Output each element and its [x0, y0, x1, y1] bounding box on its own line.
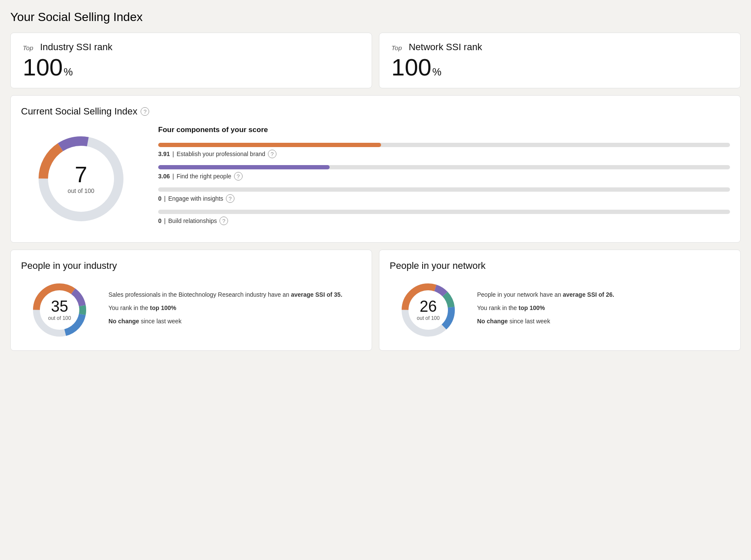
- industry-out-of: out of 100: [48, 315, 71, 321]
- network-rank-percent: %: [432, 66, 441, 78]
- component-relationships-value: 0: [158, 217, 162, 224]
- ssi-components: Four components of your score 3.91 | Est…: [158, 126, 730, 232]
- industry-people-card: People in your industry: [10, 250, 372, 351]
- network-people-text: People in your network have an average S…: [477, 290, 730, 330]
- component-people-bar-bg: [158, 165, 730, 169]
- network-people-card: People in your network: [379, 250, 741, 351]
- industry-rank-value: 100: [23, 55, 63, 79]
- industry-donut-chart: 35 out of 100: [30, 280, 90, 340]
- industry-no-change: No change since last week: [108, 317, 361, 326]
- network-rank-value: 100: [391, 55, 431, 79]
- component-brand-label: 3.91 | Establish your professional brand…: [158, 150, 730, 158]
- industry-people-body: 35 out of 100 Sales professionals in the…: [21, 280, 361, 340]
- component-people-text: Find the right people: [177, 173, 231, 180]
- industry-desc-1: Sales professionals in the Biotechnology…: [108, 291, 289, 298]
- industry-rank-text: You rank in the top 100%: [108, 304, 361, 313]
- industry-no-change-label: No change: [108, 318, 139, 325]
- component-people-value: 3.06: [158, 173, 170, 180]
- network-rank-top-label: Top: [391, 44, 402, 51]
- industry-score: 35: [48, 299, 71, 314]
- network-people-body: 26 out of 100 People in your network hav…: [390, 280, 730, 340]
- component-relationships-label: 0 | Build relationships ?: [158, 217, 730, 225]
- component-relationships-text: Build relationships: [168, 217, 217, 224]
- component-brand-bar-bg: [158, 143, 730, 147]
- component-relationships: 0 | Build relationships ?: [158, 210, 730, 225]
- component-insights-label: 0 | Engage with insights ?: [158, 194, 730, 203]
- network-rank-title: Network SSI rank: [409, 42, 482, 53]
- network-since-label: since last week: [509, 318, 550, 325]
- ssi-card: Current Social Selling Index ? 7 out o: [10, 95, 741, 243]
- components-title: Four components of your score: [158, 126, 730, 134]
- network-people-title: People in your network: [390, 260, 730, 271]
- industry-people-text: Sales professionals in the Biotechnology…: [108, 290, 361, 330]
- component-insights-text: Engage with insights: [168, 195, 223, 202]
- network-description: People in your network have an average S…: [477, 290, 730, 299]
- network-score: 26: [417, 299, 439, 314]
- industry-rank-top-label: Top: [23, 44, 33, 51]
- network-no-change-label: No change: [477, 318, 508, 325]
- ssi-help-icon[interactable]: ?: [141, 107, 149, 116]
- network-rank-desc: You rank in the: [477, 304, 517, 311]
- ssi-donut-area: 7 out of 100: [21, 132, 141, 226]
- component-brand-text: Establish your professional brand: [177, 151, 265, 157]
- component-insights-help-icon[interactable]: ?: [226, 194, 234, 203]
- component-insights-bar-bg: [158, 187, 730, 192]
- ssi-score: 7: [68, 163, 94, 186]
- rank-cards-row: Top Industry SSI rank 100 % Top Network …: [10, 33, 741, 88]
- component-brand: 3.91 | Establish your professional brand…: [158, 143, 730, 158]
- industry-rank-percent: %: [63, 66, 72, 78]
- industry-rank-title: Industry SSI rank: [40, 42, 112, 53]
- ssi-header: Current Social Selling Index ?: [21, 106, 730, 117]
- component-insights-value: 0: [158, 195, 162, 202]
- network-rank-card: Top Network SSI rank 100 %: [379, 33, 741, 88]
- component-brand-bar-fill: [158, 143, 381, 147]
- network-avg-label: average SSI of 26.: [563, 291, 614, 298]
- industry-rank-card: Top Industry SSI rank 100 %: [10, 33, 372, 88]
- bottom-row: People in your industry: [10, 250, 741, 351]
- ssi-donut-center: 7 out of 100: [68, 163, 94, 194]
- component-insights-sep: |: [164, 195, 166, 202]
- industry-since-label: since last week: [141, 318, 181, 325]
- network-donut-chart: 26 out of 100: [398, 280, 458, 340]
- component-people-bar-fill: [158, 165, 330, 169]
- component-brand-sep: |: [172, 151, 174, 157]
- industry-avg-label: average SSI of 35.: [291, 291, 342, 298]
- page-title: Your Social Selling Index: [10, 10, 741, 24]
- component-people-help-icon[interactable]: ?: [234, 172, 243, 181]
- network-rank-text: You rank in the top 100%: [477, 304, 730, 313]
- component-brand-help-icon[interactable]: ?: [268, 150, 276, 158]
- industry-description: Sales professionals in the Biotechnology…: [108, 290, 361, 299]
- ssi-out-of: out of 100: [68, 187, 94, 194]
- component-relationships-help-icon[interactable]: ?: [219, 217, 228, 225]
- network-donut-area: 26 out of 100: [390, 280, 467, 340]
- industry-top-label: top 100%: [150, 304, 176, 311]
- ssi-donut-chart: 7 out of 100: [34, 132, 128, 226]
- component-relationships-bar-bg: [158, 210, 730, 214]
- component-brand-value: 3.91: [158, 151, 170, 157]
- component-relationships-sep: |: [164, 217, 166, 224]
- network-desc-1: People in your network have an: [477, 291, 561, 298]
- component-insights: 0 | Engage with insights ?: [158, 187, 730, 203]
- network-donut-center: 26 out of 100: [417, 299, 439, 321]
- component-people-sep: |: [172, 173, 174, 180]
- ssi-title: Current Social Selling Index: [21, 106, 137, 117]
- network-out-of: out of 100: [417, 315, 439, 321]
- ssi-body: 7 out of 100 Four components of your sco…: [21, 126, 730, 232]
- component-people-label: 3.06 | Find the right people ?: [158, 172, 730, 181]
- industry-donut-center: 35 out of 100: [48, 299, 71, 321]
- component-people: 3.06 | Find the right people ?: [158, 165, 730, 181]
- network-top-label: top 100%: [519, 304, 545, 311]
- industry-people-title: People in your industry: [21, 260, 361, 271]
- industry-donut-area: 35 out of 100: [21, 280, 98, 340]
- network-no-change: No change since last week: [477, 317, 730, 326]
- industry-rank-desc: You rank in the: [108, 304, 148, 311]
